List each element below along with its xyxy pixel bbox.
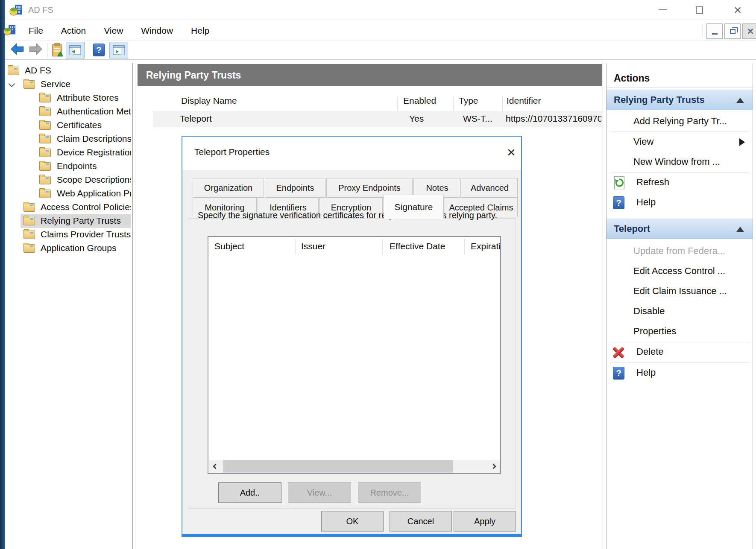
tree-item-device-registration[interactable]: Device Registration <box>5 146 132 160</box>
remove-button[interactable]: Remove... <box>358 482 421 503</box>
action-add-relying-party-trust[interactable]: Add Relying Party Tr... <box>607 112 753 131</box>
tree-item-attribute-stores[interactable]: Attribute Stores <box>5 91 132 105</box>
folder-icon <box>39 135 51 143</box>
actions-pane-title: Actions <box>614 73 650 84</box>
action-disable[interactable]: Disable <box>607 302 753 321</box>
action-properties[interactable]: Properties <box>607 322 753 342</box>
collapse-icon[interactable] <box>736 98 744 103</box>
column-divider[interactable] <box>382 239 383 254</box>
button-label: Cancel <box>407 517 434 526</box>
tree-item-application-groups[interactable]: Application Groups <box>5 242 132 255</box>
tree-item-relying-party-trusts[interactable]: Relying Party Trusts <box>5 214 132 228</box>
cell-identifier: https://10701337160970 <box>506 114 601 124</box>
column-divider[interactable] <box>453 96 454 111</box>
action-update-from-federation[interactable]: Update from Federa... <box>607 242 753 261</box>
tab-advanced[interactable]: Advanced <box>462 178 518 198</box>
action-edit-claim-issuance[interactable]: Edit Claim Issuance ... <box>607 282 753 301</box>
column-header-type[interactable]: Type <box>459 96 478 106</box>
window-close-button[interactable]: × <box>727 1 748 18</box>
mdi-restore-button[interactable] <box>724 23 741 39</box>
action-edit-access-control[interactable]: Edit Access Control ... <box>607 262 753 281</box>
column-divider[interactable] <box>464 239 465 254</box>
export-list-button[interactable] <box>51 43 64 57</box>
menu-file[interactable]: File <box>20 20 52 41</box>
tree-item-authentication-methods[interactable]: Authentication Methods <box>5 105 132 119</box>
back-button[interactable] <box>10 43 25 55</box>
action-label: Help <box>636 367 656 378</box>
forward-button[interactable] <box>28 43 43 55</box>
scrollbar-thumb[interactable] <box>223 460 453 473</box>
window-title: AD FS <box>28 5 53 15</box>
tree-item-web-application-proxy[interactable]: Web Application Proxy <box>5 187 132 201</box>
certificates-list[interactable]: Subject Issuer Effective Date Expiration <box>208 236 501 474</box>
tree-item-label: Certificates <box>57 120 131 130</box>
column-divider[interactable] <box>397 96 398 111</box>
tree-item-scope-descriptions[interactable]: Scope Descriptions <box>5 173 132 187</box>
column-header-identifier[interactable]: Identifier <box>507 96 541 106</box>
column-header-display-name[interactable]: Display Name <box>181 96 237 106</box>
mdi-close-icon: × <box>747 26 754 37</box>
tree-item-certificates[interactable]: Certificates <box>5 119 132 132</box>
column-divider[interactable] <box>295 239 296 254</box>
menu-action[interactable]: Action <box>52 20 95 41</box>
cell-type: WS-T... <box>463 114 501 124</box>
mdi-minimize-button[interactable] <box>706 23 723 39</box>
mdi-close-button[interactable]: × <box>742 23 756 39</box>
tree-item-adfs[interactable]: AD FS <box>5 64 132 78</box>
show-action-pane-button[interactable] <box>109 42 128 58</box>
ok-button[interactable]: OK <box>321 511 384 531</box>
window-maximize-button[interactable] <box>689 1 709 18</box>
window-minimize-button[interactable] <box>653 1 673 18</box>
menu-items: File Action View Window Help <box>20 20 218 41</box>
collapse-icon[interactable] <box>736 227 744 232</box>
column-header-subject[interactable]: Subject <box>214 241 244 251</box>
menu-help[interactable]: Help <box>182 20 218 41</box>
folder-icon <box>23 217 35 225</box>
signature-description: Specify the signature verification certi… <box>198 208 499 222</box>
chevron-down-icon[interactable] <box>9 81 15 88</box>
actions-section-relying-party-trusts[interactable]: Relying Party Trusts <box>607 90 753 110</box>
menu-view[interactable]: View <box>95 20 132 41</box>
apply-button[interactable]: Apply <box>454 511 516 531</box>
button-label: Add.. <box>240 488 260 498</box>
cancel-button[interactable]: Cancel <box>390 511 452 531</box>
dialog-title: Teleport Properties <box>194 147 270 157</box>
action-refresh[interactable]: Refresh <box>607 173 753 193</box>
view-button[interactable]: View... <box>288 482 351 503</box>
column-header-expiration[interactable]: Expiration <box>471 241 501 251</box>
tree-item-claims-provider-trusts[interactable]: Claims Provider Trusts <box>5 228 132 242</box>
pane-divider[interactable] <box>603 63 603 549</box>
column-divider[interactable] <box>502 96 503 111</box>
horizontal-scrollbar[interactable] <box>209 460 500 473</box>
action-delete[interactable]: Delete <box>607 342 753 362</box>
actions-section-teleport[interactable]: Teleport <box>607 219 753 239</box>
tree-item-access-control-policies[interactable]: Access Control Policies <box>5 201 132 214</box>
scroll-right-button[interactable] <box>487 460 500 473</box>
column-header-effective-date[interactable]: Effective Date <box>390 241 445 251</box>
action-new-window[interactable]: New Window from ... <box>607 152 753 172</box>
submenu-arrow-icon <box>739 138 745 146</box>
tab-signature[interactable]: Signature <box>384 195 444 219</box>
refresh-icon <box>613 175 626 192</box>
tree-item-label: Service <box>41 79 131 89</box>
tree-item-service[interactable]: Service <box>5 78 132 91</box>
tab-endpoints[interactable]: Endpoints <box>265 178 325 198</box>
column-header-enabled[interactable]: Enabled <box>403 96 436 106</box>
column-header-issuer[interactable]: Issuer <box>301 241 325 251</box>
dialog-close-button[interactable]: × <box>503 143 520 161</box>
pane-divider[interactable] <box>132 63 133 549</box>
action-label: Help <box>636 197 656 208</box>
action-help[interactable]: ? Help <box>607 193 753 213</box>
scroll-left-button[interactable] <box>209 460 222 473</box>
toolbar-help-button[interactable]: ? <box>93 44 105 56</box>
show-console-tree-button[interactable] <box>66 42 85 58</box>
folder-icon <box>23 244 35 253</box>
add-button[interactable]: Add.. <box>218 482 281 503</box>
tree-item-claim-descriptions[interactable]: Claim Descriptions <box>5 132 132 146</box>
section-header-label: Teleport <box>614 223 650 234</box>
action-help-teleport[interactable]: ? Help <box>607 363 753 383</box>
tree-item-endpoints[interactable]: Endpoints <box>5 160 132 173</box>
menu-window[interactable]: Window <box>132 20 182 41</box>
action-view[interactable]: View <box>607 132 753 152</box>
tab-organization[interactable]: Organization <box>193 178 264 198</box>
